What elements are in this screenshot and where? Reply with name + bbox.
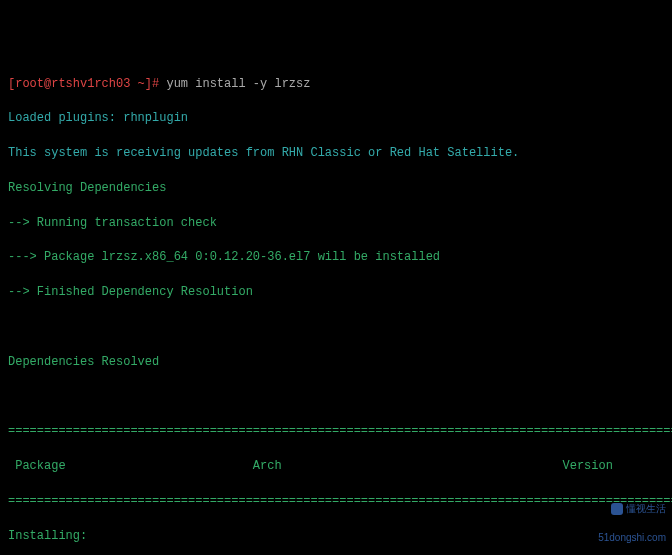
separator: ========================================… [8,493,664,510]
table-header: Package Arch Version [8,458,664,475]
watermark-text-domain: 51dongshi.com [598,532,666,543]
prompt-user: [root@rtshv1rch03 ~]# [8,77,159,91]
output-line: --> Finished Dependency Resolution [8,284,664,301]
output-line: Installing: [8,528,664,545]
output-line: --> Running transaction check [8,215,664,232]
output-line: Loaded plugins: rhnplugin [8,110,664,127]
output-line: Dependencies Resolved [8,354,664,371]
blank-line [8,389,664,406]
prompt-command: yum install -y lrzsz [159,77,310,91]
blank-line [8,319,664,336]
watermark: 懂视生活 51dongshi.com [593,487,666,545]
prompt-line: [root@rtshv1rch03 ~]# yum install -y lrz… [8,76,664,93]
output-line: This system is receiving updates from RH… [8,145,664,162]
watermark-logo-icon [611,503,623,515]
output-line: ---> Package lrzsz.x86_64 0:0.12.20-36.e… [8,249,664,266]
watermark-text-cn: 懂视生活 [626,503,666,514]
output-line: Resolving Dependencies [8,180,664,197]
separator: ========================================… [8,423,664,440]
